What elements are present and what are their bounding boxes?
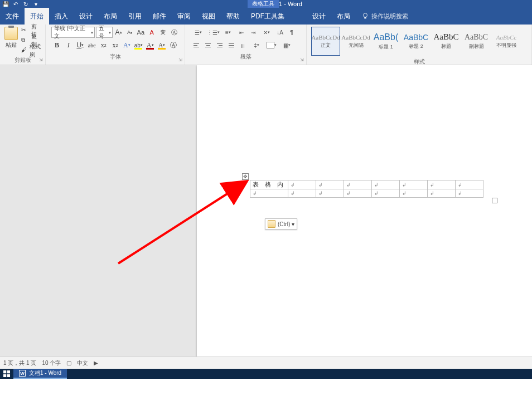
qat-customize-icon[interactable]: ▾ [32, 1, 39, 7]
table-cell[interactable]: ↲ [288, 180, 316, 189]
bullets-button[interactable]: ☰▾ [191, 27, 205, 38]
underline-button[interactable]: U▾ [75, 40, 86, 51]
language-status[interactable]: 中文 [77, 359, 88, 367]
table-cell[interactable]: ↲ [400, 180, 428, 189]
increase-indent-button[interactable]: ⇥ [248, 27, 259, 38]
tab-pdf-tools[interactable]: PDF工具集 [245, 8, 290, 25]
save-icon[interactable]: 💾 [2, 1, 9, 7]
table-move-handle[interactable]: ✥ [242, 173, 249, 180]
table-cell[interactable]: ↲ [456, 180, 483, 189]
style-title[interactable]: AaBbC 标题 [432, 27, 461, 56]
show-marks-button[interactable]: ¶ [286, 27, 297, 38]
highlight-button[interactable]: ab▾ [133, 40, 144, 51]
table-cell[interactable]: ↲ [316, 189, 344, 198]
paste-options-button[interactable]: (Ctrl) ▾ [265, 218, 297, 229]
shrink-font-button[interactable]: A▾ [125, 27, 135, 38]
table-cell[interactable]: ↲ [372, 180, 400, 189]
table-row[interactable]: 表 格 内 ↲ ↲ ↲ ↲ ↲ ↲ ↲ [250, 180, 483, 189]
table-row[interactable]: ↲ ↲ ↲ ↲ ↲ ↲ ↲ ↲ [250, 189, 483, 198]
font-launcher[interactable]: ⇲ [178, 57, 182, 62]
align-center-button[interactable] [202, 40, 214, 51]
chevron-down-icon: ▾ [91, 30, 93, 35]
style-subtitle[interactable]: AaBbC 副标题 [462, 27, 491, 56]
style-subtle-emphasis[interactable]: AaBbCc 不明显强 [492, 27, 521, 56]
style-label: 不明显强 [496, 42, 516, 49]
borders-button[interactable]: ▦▾ [279, 40, 294, 51]
table-cell[interactable]: 表 格 内 [250, 180, 288, 189]
style-normal[interactable]: AaBbCcDd 正文 [311, 27, 340, 56]
tab-layout[interactable]: 布局 [98, 8, 123, 25]
tab-file[interactable]: 文件 [0, 8, 25, 25]
align-right-button[interactable] [214, 40, 225, 51]
paragraph-launcher[interactable]: ⇲ [300, 57, 304, 62]
bold-button[interactable]: B [51, 40, 62, 51]
tell-me-search[interactable]: 操作说明搜索 [361, 12, 408, 21]
clear-format-button[interactable]: A [147, 27, 157, 38]
tab-design[interactable]: 设计 [74, 8, 98, 25]
undo-icon[interactable]: ↶ [12, 1, 19, 7]
change-case-button[interactable]: Aa [136, 27, 146, 38]
text-effects-button[interactable]: A▾ [121, 40, 132, 51]
shading-button[interactable]: ▾ [264, 40, 279, 51]
taskbar-word-app[interactable]: W 文档1 - Word [13, 369, 67, 379]
tab-home[interactable]: 开始 [25, 8, 49, 25]
page-count[interactable]: 1 页，共 1 页 [3, 359, 36, 367]
enclose-char-button[interactable]: Ⓐ [169, 27, 179, 38]
tab-view[interactable]: 视图 [196, 8, 221, 25]
sort-button[interactable]: ↓A [274, 27, 286, 38]
tab-table-layout[interactable]: 布局 [331, 8, 356, 25]
style-heading1[interactable]: AaBb( 标题 1 [371, 27, 400, 56]
table-cell[interactable]: ↲ [250, 189, 288, 198]
font-color-button[interactable]: A▾ [144, 40, 156, 51]
tab-review[interactable]: 审阅 [172, 8, 196, 25]
scissors-icon: ✂ [21, 27, 29, 35]
tab-insert[interactable]: 插入 [49, 8, 74, 25]
font-name-select[interactable]: 等线 (中文正文 ▾ [51, 27, 95, 38]
document-area[interactable]: ✥ 表 格 内 ↲ ↲ ↲ ↲ ↲ ↲ ↲ ↲ ↲ ↲ ↲ ↲ ↲ ↲ ↲ (C… [0, 65, 532, 356]
document-table[interactable]: 表 格 内 ↲ ↲ ↲ ↲ ↲ ↲ ↲ ↲ ↲ ↲ ↲ ↲ ↲ ↲ ↲ [250, 180, 483, 198]
align-left-button[interactable] [191, 40, 202, 51]
decrease-indent-button[interactable]: ⇤ [236, 27, 247, 38]
style-no-spacing[interactable]: AaBbCcDd 无间隔 [341, 27, 370, 56]
asian-layout-button[interactable]: ✕▾ [259, 27, 274, 38]
redo-icon[interactable]: ↻ [22, 1, 29, 7]
table-cell[interactable]: ↲ [428, 189, 456, 198]
format-painter-button[interactable]: 🖌 格式刷 [21, 46, 42, 55]
start-button[interactable] [0, 369, 13, 379]
tab-references[interactable]: 引用 [123, 8, 147, 25]
clipboard-launcher[interactable]: ⇲ [39, 57, 43, 62]
word-count[interactable]: 10 个字 [42, 359, 61, 367]
tab-help[interactable]: 帮助 [221, 8, 245, 25]
multilevel-list-button[interactable]: ≡▾ [221, 27, 235, 38]
table-cell[interactable]: ↲ [344, 189, 372, 198]
spell-check-icon[interactable]: ▢ [66, 360, 71, 366]
tab-mailings[interactable]: 邮件 [147, 8, 172, 25]
char-border-button[interactable]: Ⓐ [168, 40, 179, 51]
distributed-button[interactable]: ⫼ [238, 40, 249, 51]
line-spacing-button[interactable]: ‡▾ [249, 40, 264, 51]
grow-font-button[interactable]: A▴ [114, 27, 124, 38]
font-size-select[interactable]: 五号 ▾ [96, 27, 113, 38]
subscript-button[interactable]: x2 [98, 40, 109, 51]
table-resize-handle[interactable] [492, 198, 497, 203]
table-cell[interactable]: ↲ [288, 189, 316, 198]
table-cell[interactable]: ↲ [344, 180, 372, 189]
paste-button[interactable]: 粘贴 [3, 26, 19, 50]
table-cell[interactable]: ↲ [372, 189, 400, 198]
char-shading-button[interactable]: A▾ [156, 40, 167, 51]
table-cell[interactable]: ↲ [428, 180, 456, 189]
clipboard-group-label: 剪贴板 [3, 55, 42, 65]
tab-table-design[interactable]: 设计 [307, 8, 331, 25]
strikethrough-button[interactable]: abc [86, 40, 98, 51]
superscript-button[interactable]: x2 [110, 40, 121, 51]
document-page[interactable] [197, 65, 532, 356]
table-cell[interactable]: ↲ [400, 189, 428, 198]
table-cell[interactable]: ↲ [316, 180, 344, 189]
numbering-button[interactable]: ⋮☰▾ [206, 27, 220, 38]
macro-record-icon[interactable]: ▶ [94, 360, 98, 366]
justify-button[interactable] [226, 40, 237, 51]
table-cell[interactable]: ↲ [456, 189, 483, 198]
style-heading2[interactable]: AaBbC 标题 2 [402, 27, 431, 56]
italic-button[interactable]: I [63, 40, 74, 51]
phonetic-guide-button[interactable]: 変 [158, 27, 168, 38]
